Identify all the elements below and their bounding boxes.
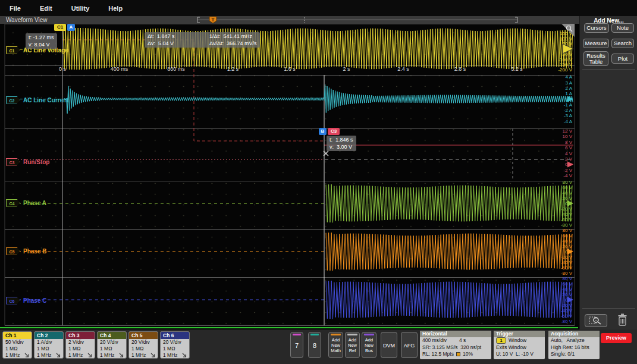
active-view-indicator — [0, 327, 578, 328]
channel-card-row: 1 MΩ — [161, 346, 189, 352]
add-new-math-button[interactable]: Add New Math — [328, 332, 343, 358]
channel-card-5[interactable]: Ch 520 V/div1 MΩ1 MHz — [128, 331, 158, 359]
channel-handle-c6[interactable]: C6Phase C — [6, 296, 46, 305]
menu-item-utility[interactable]: Utility — [62, 5, 99, 12]
channel-card-row: 50 V/div — [3, 339, 32, 346]
channel-card-row: 2 V/div — [66, 339, 95, 346]
bottom-settings-bar: Horizontal 400 ms/div4 s SR: 3.125 MS/s … — [0, 330, 637, 364]
scale-label: 6 V — [565, 145, 573, 150]
sidebar-button-cursors[interactable]: Cursors — [584, 23, 609, 33]
sidebar-divider — [582, 69, 635, 70]
add-new-ref-button[interactable]: Add New Ref — [345, 332, 360, 358]
trigger-a-badge[interactable]: A — [67, 24, 75, 31]
horizontal-panel[interactable]: Horizontal 400 ms/div4 s SR: 3.125 MS/s … — [420, 331, 491, 359]
channel-handle-c4[interactable]: C4Phase A — [6, 199, 46, 207]
scale-label: 8 V — [565, 140, 573, 145]
menu-item-edit[interactable]: Edit — [30, 5, 62, 12]
sidebar-button-search[interactable]: Search — [611, 39, 634, 48]
scale-label: -100 V — [558, 57, 572, 62]
sidebar-button-results-table[interactable]: Results Table — [583, 51, 608, 66]
scale-label: -4 A — [564, 119, 573, 124]
zoom-mode-button[interactable] — [585, 314, 607, 327]
trash-icon[interactable] — [617, 313, 627, 327]
tab-strip: Waveform View T — [0, 16, 579, 24]
waveform-ch2 — [64, 84, 573, 114]
menu-item-help[interactable]: Help — [99, 5, 132, 12]
scale-label: -80 V — [561, 271, 573, 276]
sidebar-button-measure[interactable]: Measure — [583, 39, 609, 48]
tab-waveform-view[interactable]: Waveform View — [6, 16, 47, 24]
sidebar-divider-bottom — [582, 308, 635, 309]
channel-label: AC Line Current — [23, 97, 69, 103]
probe-icon — [56, 353, 61, 358]
channel-card-3[interactable]: Ch 32 V/div1 MΩ1 MHz — [65, 331, 95, 359]
channel-handle-c5[interactable]: C5Phase B — [6, 247, 46, 255]
trigger-panel[interactable]: Trigger 1Window Exits Window U: 10 V L: … — [494, 331, 545, 359]
probe-icon — [119, 353, 124, 358]
button-color-strip — [293, 334, 301, 335]
channel-label: Phase A — [23, 200, 46, 206]
horizontal-panel-title: Horizontal — [420, 331, 491, 337]
scale-label: -20 V — [561, 303, 573, 308]
channel-card-2[interactable]: Ch 21 A/div1 MΩ1 MHz — [34, 331, 64, 359]
channel-card-row: 1 MHz — [34, 352, 63, 359]
horizontal-overview-slider[interactable]: T — [195, 16, 528, 24]
channel-button-7[interactable]: 7 — [290, 332, 303, 358]
svg-text:T: T — [212, 17, 215, 23]
dvm-button[interactable]: DVM — [381, 332, 397, 358]
channel-handle-c3[interactable]: C3Run/Stop — [6, 158, 49, 166]
cursor-b-badge[interactable]: B — [319, 128, 327, 135]
channel-card-title: Ch 2 — [34, 332, 63, 339]
acquisition-panel[interactable]: Acquisition Auto, Analyze High Res: 16 b… — [548, 331, 600, 359]
scale-label: 80 V — [563, 276, 573, 281]
scale-label: -20 V — [561, 206, 573, 212]
scale-label: -2 A — [564, 108, 573, 113]
time-axis-label: 1.2 s — [227, 66, 239, 72]
channel-card-title: Ch 1 — [3, 332, 32, 339]
channel-badge-icon: C6 — [6, 297, 20, 305]
channel-card-row: 20 V/div — [129, 339, 158, 346]
scale-label: 2 A — [565, 86, 572, 91]
sidebar-add-new: Add New... CursorsNoteMeasureSearchResul… — [579, 16, 637, 330]
add-new-bus-button[interactable]: Add New Bus — [362, 332, 376, 358]
channel-badge-icon: C3 — [6, 158, 20, 166]
afg-button[interactable]: AFG — [401, 332, 418, 358]
channel-handle-c2[interactable]: C2AC Line Current — [6, 96, 69, 104]
waveform-plot[interactable]: 150 V100 V50 V-50 V-100 V-150 V-200 V4 A… — [0, 24, 579, 330]
sidebar-button-plot[interactable]: Plot — [611, 54, 634, 64]
cursor-b-source-badge[interactable]: C3 — [328, 128, 340, 135]
cursor-a-source-badge[interactable]: C1 — [54, 24, 66, 31]
channel-card-row: 20 V/div — [98, 339, 126, 346]
channel-label: Phase C — [23, 297, 46, 304]
preview-button[interactable]: Preview — [601, 333, 632, 343]
sidebar-button-note[interactable]: Note — [611, 23, 634, 33]
channel-card-6[interactable]: Ch 620 V/div1 MΩ1 MHz — [160, 331, 190, 359]
channel-badge-icon: C2 — [6, 96, 20, 104]
channel-card-4[interactable]: Ch 420 V/div1 MΩ1 MHz — [97, 331, 127, 359]
channel-card-row: 1 MΩ — [34, 346, 63, 352]
menu-bar: FileEditUtilityHelp — [0, 0, 637, 16]
scale-label: 10 V — [563, 134, 573, 139]
button-color-strip — [347, 334, 357, 335]
channel-badge-icon: C4 — [6, 199, 20, 207]
scale-label: -2 V — [563, 168, 572, 173]
channel-badge-icon: C1 — [6, 46, 20, 54]
trigger-position-marker[interactable]: T — [209, 17, 216, 23]
time-axis-label: 400 ms — [111, 66, 128, 72]
probe-icon — [24, 353, 30, 358]
channel-card-1[interactable]: Ch 150 V/div1 MΩ1 MHz — [2, 331, 32, 359]
scale-label: 12 V — [563, 128, 573, 134]
scale-label: 3 A — [565, 80, 572, 86]
button-color-strip — [331, 334, 341, 335]
time-axis-label: 2 s — [343, 66, 350, 72]
acquisition-panel-title: Acquisition — [548, 331, 600, 337]
scale-label: -20 V — [561, 255, 573, 260]
waveform-ch6 — [326, 281, 572, 319]
cursor-delta-readout: Δt: 1.847 s1/Δt: 541.41 mHz Δv: 5.04 VΔv… — [145, 32, 260, 48]
channel-card-title: Ch 6 — [161, 332, 189, 339]
channel-button-8[interactable]: 8 — [308, 332, 321, 358]
probe-icon — [182, 353, 187, 358]
waveform-ch1 — [63, 28, 573, 70]
menu-item-file[interactable]: File — [0, 5, 30, 12]
scale-label: -80 V — [561, 319, 573, 324]
